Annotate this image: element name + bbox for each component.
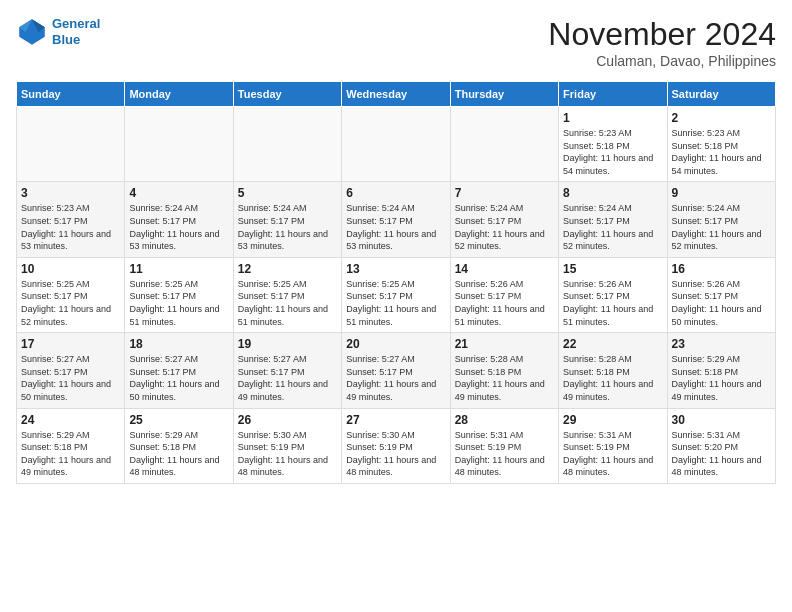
- day-info: Sunrise: 5:23 AM Sunset: 5:18 PM Dayligh…: [563, 127, 662, 177]
- calendar-week-row: 1Sunrise: 5:23 AM Sunset: 5:18 PM Daylig…: [17, 107, 776, 182]
- day-info: Sunrise: 5:29 AM Sunset: 5:18 PM Dayligh…: [21, 429, 120, 479]
- calendar-cell: 23Sunrise: 5:29 AM Sunset: 5:18 PM Dayli…: [667, 333, 775, 408]
- day-number: 11: [129, 262, 228, 276]
- day-number: 14: [455, 262, 554, 276]
- calendar-cell: 17Sunrise: 5:27 AM Sunset: 5:17 PM Dayli…: [17, 333, 125, 408]
- calendar-cell: 21Sunrise: 5:28 AM Sunset: 5:18 PM Dayli…: [450, 333, 558, 408]
- day-info: Sunrise: 5:27 AM Sunset: 5:17 PM Dayligh…: [346, 353, 445, 403]
- calendar-header: SundayMondayTuesdayWednesdayThursdayFrid…: [17, 82, 776, 107]
- day-number: 6: [346, 186, 445, 200]
- calendar-cell: 3Sunrise: 5:23 AM Sunset: 5:17 PM Daylig…: [17, 182, 125, 257]
- day-info: Sunrise: 5:24 AM Sunset: 5:17 PM Dayligh…: [346, 202, 445, 252]
- day-info: Sunrise: 5:27 AM Sunset: 5:17 PM Dayligh…: [238, 353, 337, 403]
- day-info: Sunrise: 5:27 AM Sunset: 5:17 PM Dayligh…: [21, 353, 120, 403]
- day-info: Sunrise: 5:26 AM Sunset: 5:17 PM Dayligh…: [672, 278, 771, 328]
- calendar-cell: 27Sunrise: 5:30 AM Sunset: 5:19 PM Dayli…: [342, 408, 450, 483]
- calendar-cell: 30Sunrise: 5:31 AM Sunset: 5:20 PM Dayli…: [667, 408, 775, 483]
- day-of-week-header: Tuesday: [233, 82, 341, 107]
- calendar-cell: 10Sunrise: 5:25 AM Sunset: 5:17 PM Dayli…: [17, 257, 125, 332]
- day-info: Sunrise: 5:26 AM Sunset: 5:17 PM Dayligh…: [455, 278, 554, 328]
- calendar-cell: 6Sunrise: 5:24 AM Sunset: 5:17 PM Daylig…: [342, 182, 450, 257]
- day-number: 23: [672, 337, 771, 351]
- header-row: SundayMondayTuesdayWednesdayThursdayFrid…: [17, 82, 776, 107]
- logo-text: General Blue: [52, 16, 100, 47]
- calendar-cell: 12Sunrise: 5:25 AM Sunset: 5:17 PM Dayli…: [233, 257, 341, 332]
- day-number: 2: [672, 111, 771, 125]
- day-number: 20: [346, 337, 445, 351]
- day-info: Sunrise: 5:26 AM Sunset: 5:17 PM Dayligh…: [563, 278, 662, 328]
- calendar-cell: [17, 107, 125, 182]
- day-number: 15: [563, 262, 662, 276]
- day-info: Sunrise: 5:24 AM Sunset: 5:17 PM Dayligh…: [129, 202, 228, 252]
- calendar-week-row: 10Sunrise: 5:25 AM Sunset: 5:17 PM Dayli…: [17, 257, 776, 332]
- calendar-cell: 9Sunrise: 5:24 AM Sunset: 5:17 PM Daylig…: [667, 182, 775, 257]
- day-info: Sunrise: 5:23 AM Sunset: 5:17 PM Dayligh…: [21, 202, 120, 252]
- day-number: 18: [129, 337, 228, 351]
- calendar-cell: 14Sunrise: 5:26 AM Sunset: 5:17 PM Dayli…: [450, 257, 558, 332]
- logo-line1: General: [52, 16, 100, 31]
- day-info: Sunrise: 5:31 AM Sunset: 5:20 PM Dayligh…: [672, 429, 771, 479]
- calendar-body: 1Sunrise: 5:23 AM Sunset: 5:18 PM Daylig…: [17, 107, 776, 484]
- calendar-cell: 24Sunrise: 5:29 AM Sunset: 5:18 PM Dayli…: [17, 408, 125, 483]
- calendar-cell: 16Sunrise: 5:26 AM Sunset: 5:17 PM Dayli…: [667, 257, 775, 332]
- location: Culaman, Davao, Philippines: [548, 53, 776, 69]
- day-info: Sunrise: 5:28 AM Sunset: 5:18 PM Dayligh…: [563, 353, 662, 403]
- day-number: 8: [563, 186, 662, 200]
- day-of-week-header: Saturday: [667, 82, 775, 107]
- day-info: Sunrise: 5:23 AM Sunset: 5:18 PM Dayligh…: [672, 127, 771, 177]
- calendar-cell: 7Sunrise: 5:24 AM Sunset: 5:17 PM Daylig…: [450, 182, 558, 257]
- day-info: Sunrise: 5:29 AM Sunset: 5:18 PM Dayligh…: [672, 353, 771, 403]
- day-number: 4: [129, 186, 228, 200]
- calendar-cell: 18Sunrise: 5:27 AM Sunset: 5:17 PM Dayli…: [125, 333, 233, 408]
- day-info: Sunrise: 5:25 AM Sunset: 5:17 PM Dayligh…: [346, 278, 445, 328]
- calendar-cell: 1Sunrise: 5:23 AM Sunset: 5:18 PM Daylig…: [559, 107, 667, 182]
- calendar-cell: 2Sunrise: 5:23 AM Sunset: 5:18 PM Daylig…: [667, 107, 775, 182]
- day-number: 30: [672, 413, 771, 427]
- calendar-cell: 20Sunrise: 5:27 AM Sunset: 5:17 PM Dayli…: [342, 333, 450, 408]
- day-number: 22: [563, 337, 662, 351]
- calendar-cell: 8Sunrise: 5:24 AM Sunset: 5:17 PM Daylig…: [559, 182, 667, 257]
- day-of-week-header: Monday: [125, 82, 233, 107]
- day-info: Sunrise: 5:31 AM Sunset: 5:19 PM Dayligh…: [455, 429, 554, 479]
- day-number: 12: [238, 262, 337, 276]
- day-number: 7: [455, 186, 554, 200]
- calendar-cell: 29Sunrise: 5:31 AM Sunset: 5:19 PM Dayli…: [559, 408, 667, 483]
- day-info: Sunrise: 5:28 AM Sunset: 5:18 PM Dayligh…: [455, 353, 554, 403]
- logo: General Blue: [16, 16, 100, 48]
- day-number: 16: [672, 262, 771, 276]
- calendar-cell: 4Sunrise: 5:24 AM Sunset: 5:17 PM Daylig…: [125, 182, 233, 257]
- logo-line2: Blue: [52, 32, 80, 47]
- calendar-cell: 22Sunrise: 5:28 AM Sunset: 5:18 PM Dayli…: [559, 333, 667, 408]
- calendar-week-row: 3Sunrise: 5:23 AM Sunset: 5:17 PM Daylig…: [17, 182, 776, 257]
- calendar-week-row: 17Sunrise: 5:27 AM Sunset: 5:17 PM Dayli…: [17, 333, 776, 408]
- day-number: 26: [238, 413, 337, 427]
- day-number: 27: [346, 413, 445, 427]
- calendar-cell: 11Sunrise: 5:25 AM Sunset: 5:17 PM Dayli…: [125, 257, 233, 332]
- day-number: 5: [238, 186, 337, 200]
- day-info: Sunrise: 5:25 AM Sunset: 5:17 PM Dayligh…: [238, 278, 337, 328]
- day-of-week-header: Wednesday: [342, 82, 450, 107]
- day-number: 1: [563, 111, 662, 125]
- calendar-cell: 25Sunrise: 5:29 AM Sunset: 5:18 PM Dayli…: [125, 408, 233, 483]
- day-info: Sunrise: 5:24 AM Sunset: 5:17 PM Dayligh…: [563, 202, 662, 252]
- day-of-week-header: Thursday: [450, 82, 558, 107]
- calendar-cell: [233, 107, 341, 182]
- day-info: Sunrise: 5:24 AM Sunset: 5:17 PM Dayligh…: [672, 202, 771, 252]
- day-info: Sunrise: 5:30 AM Sunset: 5:19 PM Dayligh…: [346, 429, 445, 479]
- day-number: 3: [21, 186, 120, 200]
- day-number: 21: [455, 337, 554, 351]
- calendar-cell: 19Sunrise: 5:27 AM Sunset: 5:17 PM Dayli…: [233, 333, 341, 408]
- day-number: 29: [563, 413, 662, 427]
- calendar-cell: 26Sunrise: 5:30 AM Sunset: 5:19 PM Dayli…: [233, 408, 341, 483]
- calendar-cell: 15Sunrise: 5:26 AM Sunset: 5:17 PM Dayli…: [559, 257, 667, 332]
- logo-icon: [16, 16, 48, 48]
- month-year: November 2024: [548, 16, 776, 53]
- calendar-table: SundayMondayTuesdayWednesdayThursdayFrid…: [16, 81, 776, 484]
- day-of-week-header: Sunday: [17, 82, 125, 107]
- calendar-cell: [342, 107, 450, 182]
- day-info: Sunrise: 5:29 AM Sunset: 5:18 PM Dayligh…: [129, 429, 228, 479]
- day-number: 19: [238, 337, 337, 351]
- calendar-cell: 13Sunrise: 5:25 AM Sunset: 5:17 PM Dayli…: [342, 257, 450, 332]
- day-info: Sunrise: 5:27 AM Sunset: 5:17 PM Dayligh…: [129, 353, 228, 403]
- calendar-cell: [450, 107, 558, 182]
